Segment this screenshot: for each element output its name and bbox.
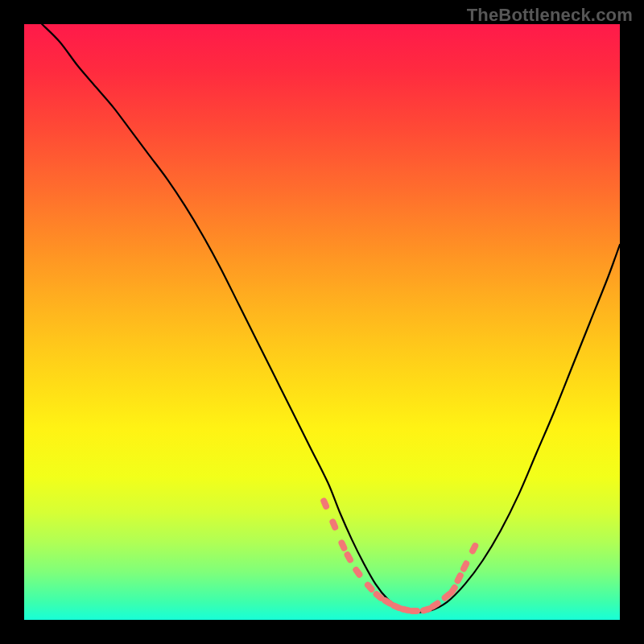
ideal-match-marker bbox=[448, 584, 459, 597]
ideal-match-marker bbox=[353, 566, 364, 578]
ideal-match-marker bbox=[338, 539, 348, 552]
ideal-match-marker bbox=[329, 518, 339, 531]
chart-container: TheBottleneck.com bbox=[0, 0, 644, 644]
ideal-match-marker bbox=[460, 560, 470, 573]
ideal-match-marker bbox=[320, 497, 330, 510]
ideal-match-marker bbox=[409, 608, 420, 613]
curve-svg bbox=[24, 24, 620, 620]
ideal-match-marker bbox=[454, 572, 464, 584]
marker-group bbox=[320, 497, 479, 614]
ideal-match-marker bbox=[344, 551, 354, 564]
plot-area bbox=[24, 24, 620, 620]
ideal-match-marker bbox=[429, 600, 442, 611]
watermark-text: TheBottleneck.com bbox=[467, 5, 633, 26]
ideal-match-marker bbox=[469, 542, 479, 555]
